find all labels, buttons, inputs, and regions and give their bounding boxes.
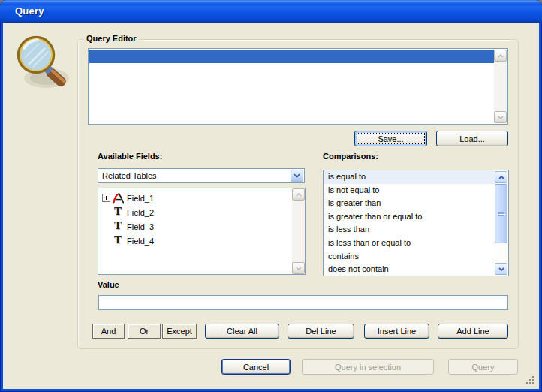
comparison-item[interactable]: does not contain bbox=[324, 263, 495, 276]
comparison-item[interactable]: is less than bbox=[324, 223, 495, 237]
scroll-down-icon[interactable] bbox=[292, 262, 305, 274]
character-a-icon bbox=[113, 192, 125, 204]
insert-line-button[interactable]: Insert Line bbox=[364, 324, 429, 339]
and-button[interactable]: And bbox=[92, 324, 125, 339]
comparison-item[interactable]: is not equal to bbox=[324, 184, 495, 198]
comparison-item[interactable]: is less than or equal to bbox=[324, 237, 495, 250]
available-fields-label: Available Fields: bbox=[98, 152, 162, 161]
text-t-icon bbox=[113, 221, 125, 233]
expand-plus-icon[interactable] bbox=[102, 194, 110, 202]
titlebar[interactable]: Query bbox=[0, 0, 542, 23]
value-label: Value bbox=[98, 280, 119, 289]
tree-item-field-4[interactable]: Field_4 bbox=[102, 234, 290, 248]
query-editor-group-label: Query Editor bbox=[83, 34, 140, 43]
del-line-button[interactable]: Del Line bbox=[288, 324, 354, 339]
comparison-item[interactable]: is equal to bbox=[324, 170, 495, 184]
tree-item-field-1[interactable]: Field_1 bbox=[102, 191, 290, 205]
add-line-button[interactable]: Add Line bbox=[438, 324, 508, 339]
window-title: Query bbox=[15, 5, 44, 17]
text-t-icon bbox=[113, 207, 125, 219]
text-t-icon bbox=[113, 235, 125, 247]
tree-item-field-2[interactable]: Field_2 bbox=[102, 205, 290, 219]
dropdown-value: Related Tables bbox=[102, 171, 157, 180]
value-input[interactable] bbox=[98, 295, 508, 310]
query-dialog: Query Query Editor bbox=[0, 0, 542, 392]
comparisons-scrollbar[interactable] bbox=[495, 171, 507, 275]
scroll-down-icon[interactable] bbox=[495, 263, 507, 275]
comparison-item[interactable]: is greater than or equal to bbox=[324, 210, 495, 224]
scroll-down-icon[interactable] bbox=[494, 111, 507, 123]
comparison-item[interactable]: is greater than bbox=[324, 197, 495, 210]
tree-item-field-3[interactable]: Field_3 bbox=[102, 219, 290, 234]
load-button[interactable]: Load... bbox=[436, 131, 508, 146]
save-button[interactable]: Save... bbox=[354, 131, 427, 146]
comparisons-label: Comparisons: bbox=[323, 152, 378, 161]
clear-all-button[interactable]: Clear All bbox=[205, 324, 279, 339]
magnifier-icon bbox=[12, 32, 78, 101]
scrollbar-thumb[interactable] bbox=[495, 184, 507, 243]
tree-item-label: Field_4 bbox=[127, 237, 154, 246]
related-tables-dropdown[interactable]: Related Tables bbox=[98, 168, 305, 183]
tree-item-label: Field_1 bbox=[127, 194, 154, 203]
chevron-down-icon[interactable] bbox=[291, 170, 303, 182]
comparisons-list[interactable]: is equal to is not equal to is greater t… bbox=[323, 170, 509, 276]
query-in-selection-button[interactable]: Query in selection bbox=[302, 359, 434, 375]
or-button[interactable]: Or bbox=[128, 324, 161, 339]
cancel-button[interactable]: Cancel bbox=[221, 359, 291, 375]
query-button[interactable]: Query bbox=[448, 359, 518, 375]
scroll-up-icon[interactable] bbox=[292, 188, 305, 201]
query-editor-list[interactable] bbox=[88, 48, 508, 125]
tree-item-label: Field_2 bbox=[127, 208, 154, 217]
tree-item-label: Field_3 bbox=[127, 222, 154, 231]
tree-scrollbar[interactable] bbox=[292, 188, 305, 274]
query-editor-selected-row[interactable] bbox=[89, 50, 494, 63]
scroll-up-icon[interactable] bbox=[494, 50, 507, 62]
except-button[interactable]: Except bbox=[162, 324, 197, 339]
query-editor-scrollbar[interactable] bbox=[494, 50, 507, 123]
resize-grip[interactable] bbox=[526, 376, 528, 378]
comparison-item[interactable]: contains bbox=[324, 250, 495, 264]
available-fields-tree[interactable]: Field_1 Field_2 Field_3 Field_4 bbox=[98, 188, 306, 275]
scroll-up-icon[interactable] bbox=[495, 171, 507, 183]
